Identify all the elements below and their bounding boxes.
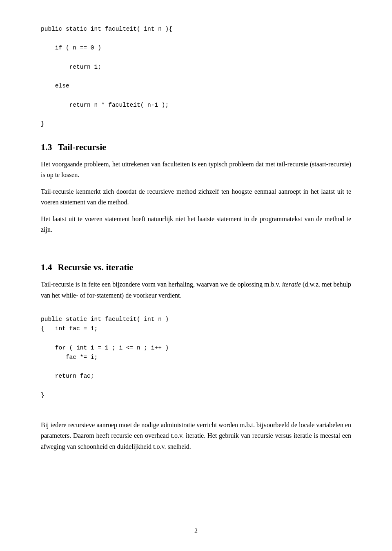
page-number: 2 (194, 527, 198, 535)
code-line: return n * faculteit( n-1 ); (41, 101, 351, 110)
section-number: 1.3 (41, 142, 52, 152)
section-title: Tail-recursie (58, 142, 107, 152)
para1-italic: iteratie (282, 281, 301, 288)
code-line (41, 110, 351, 119)
code-line: for ( int i = 1 ; i <= n ; i++ ) (41, 343, 351, 353)
code-line: fac *= i; (41, 353, 351, 362)
code-line: return 1; (41, 63, 351, 72)
section-1-3-heading: 1.3 Tail-recursie (41, 142, 351, 152)
code-line (41, 53, 351, 63)
code-line: } (41, 119, 351, 129)
code-line (41, 362, 351, 372)
para1-text-before: Tail-recursie is in feite een bijzondere… (41, 281, 280, 288)
code-line: else (41, 81, 351, 91)
page: public static int faculteit( int n ){ if… (0, 0, 392, 551)
code-line (41, 34, 351, 43)
code-line: } (41, 391, 351, 400)
section-1-4-para1: Tail-recursie is in feite een bijzondere… (41, 279, 351, 301)
code-line (41, 72, 351, 81)
code-line: if ( n == 0 ) (41, 43, 351, 53)
code-block-1: public static int faculteit( int n ){ if… (41, 25, 351, 129)
section-1-4-heading: 1.4 Recursie vs. iteratie (41, 262, 351, 273)
code-line: { int fac = 1; (41, 324, 351, 334)
section-1-3-para3: Het laatst uit te voeren statement hoeft… (41, 214, 351, 235)
code-line (41, 381, 351, 391)
code-line: return fac; (41, 372, 351, 381)
code-line (41, 334, 351, 343)
code-line (41, 91, 351, 100)
code-line: public static int faculteit( int n ) (41, 315, 351, 324)
section-number: 1.4 (41, 262, 52, 273)
section-1-3-para1: Het voorgaande probleem, het uitrekenen … (41, 159, 351, 181)
code-block-2: public static int faculteit( int n ) { i… (41, 315, 351, 400)
code-line: public static int faculteit( int n ){ (41, 25, 351, 34)
section-1-3-para2: Tail-recursie kenmerkt zich doordat de r… (41, 186, 351, 208)
section-1-4-closing: Bij iedere recursieve aanroep moet de no… (41, 420, 351, 452)
section-title: Recursie vs. iteratie (58, 262, 134, 273)
